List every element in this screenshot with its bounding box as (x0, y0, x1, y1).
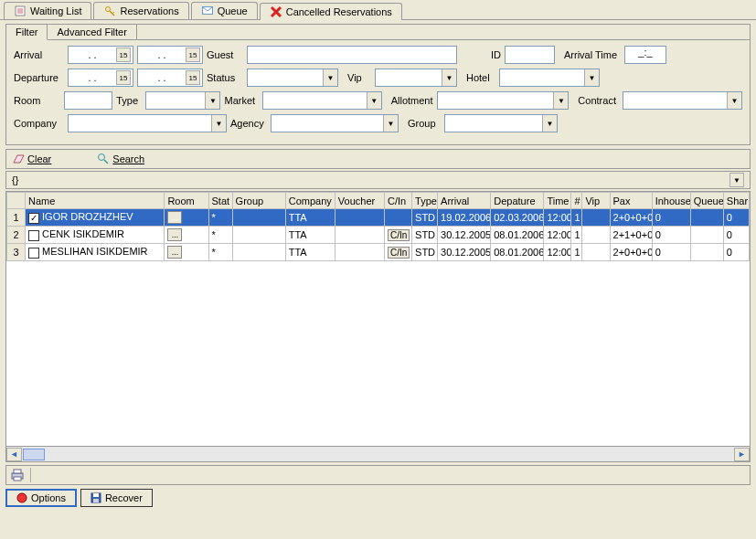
cell-name: CENK ISIKDEMIR (26, 227, 165, 244)
cell-name: IGOR DROZHZHEV (26, 209, 165, 227)
col-cin[interactable]: C/In (384, 193, 411, 209)
cell-vip (582, 209, 610, 227)
calendar-icon[interactable]: 15 (186, 48, 200, 62)
tab-cancelled-reservations[interactable]: Cancelled Reservations (260, 3, 402, 20)
departure-to-input[interactable]: . . 15 (137, 69, 203, 87)
col-shared[interactable]: Shar (723, 193, 749, 209)
col-company[interactable]: Company (285, 193, 335, 209)
svg-rect-15 (14, 477, 21, 481)
scroll-left-icon[interactable]: ◄ (6, 448, 22, 461)
status-dropdown[interactable]: ▼ (247, 69, 338, 87)
svg-rect-14 (14, 470, 21, 473)
checkin-button[interactable]: C/In (388, 247, 410, 259)
room-picker-button[interactable]: ... (167, 228, 182, 241)
departure-from-input[interactable]: . . 15 (68, 69, 133, 87)
horizontal-scrollbar[interactable]: ◄ ► (5, 447, 751, 462)
col-group[interactable]: Group (232, 193, 285, 209)
row-checkbox[interactable] (28, 213, 39, 224)
room-field[interactable] (64, 91, 112, 110)
cell-name: MESLIHAN ISIKDEMIR (26, 244, 165, 261)
col-departure[interactable]: Depature (491, 193, 544, 209)
contract-dropdown[interactable]: ▼ (623, 91, 742, 110)
allotment-dropdown[interactable]: ▼ (437, 91, 570, 110)
query-bar: {} ▼ (5, 171, 751, 189)
col-time[interactable]: Time (544, 193, 571, 209)
company-dropdown[interactable]: ▼ (68, 114, 227, 132)
room-picker-button[interactable]: ... (167, 211, 182, 224)
table-row[interactable]: 1IGOR DROZHZHEV...*TTASTD19.02.200602.03… (7, 209, 750, 227)
tab-filter[interactable]: Filter (6, 25, 48, 40)
col-pax[interactable]: Pax (610, 193, 652, 209)
scroll-right-icon[interactable]: ► (734, 448, 750, 461)
svg-line-6 (112, 12, 114, 14)
checkin-button[interactable]: C/In (388, 229, 410, 241)
print-button[interactable] (10, 469, 25, 481)
results-grid: Name Room Stat Group Company Voucher C/I… (5, 191, 751, 447)
col-name[interactable]: Name (26, 193, 165, 209)
tab-label: Queue (218, 5, 248, 16)
arrival-time-field[interactable]: _:_ (624, 46, 666, 64)
search-button[interactable]: Search (97, 153, 144, 165)
table-row[interactable]: 2CENK ISIKDEMIR...*TTAC/InSTD30.12.20050… (7, 227, 750, 244)
chevron-down-icon[interactable]: ▼ (729, 173, 744, 187)
tab-waiting-list[interactable]: Waiting List (4, 2, 91, 19)
tab-advanced-filter[interactable]: Advanced Filter (48, 25, 136, 40)
calendar-icon[interactable]: 15 (186, 70, 200, 85)
clear-button[interactable]: Clear (12, 153, 51, 164)
vip-dropdown[interactable]: ▼ (375, 69, 457, 87)
room-picker-button[interactable]: ... (167, 246, 182, 259)
agency-dropdown[interactable]: ▼ (271, 114, 399, 132)
options-button[interactable]: Options (5, 489, 77, 507)
col-inhouse[interactable]: Inhouse (652, 193, 690, 209)
recover-button[interactable]: Recover (80, 489, 153, 507)
col-queue[interactable]: Queue (690, 193, 723, 209)
cell-arrival: 19.02.2006 (438, 209, 491, 227)
col-hash[interactable]: # (571, 193, 582, 209)
group-dropdown[interactable]: ▼ (444, 114, 558, 132)
label-contract: Contract (578, 95, 619, 106)
market-dropdown[interactable]: ▼ (262, 91, 382, 110)
cell-arrival: 30.12.2005 (438, 227, 491, 244)
chevron-down-icon: ▼ (442, 69, 456, 86)
chevron-down-icon: ▼ (542, 115, 557, 132)
row-checkbox[interactable] (28, 230, 39, 241)
record-icon (16, 492, 27, 503)
svg-rect-19 (93, 499, 99, 502)
col-rownum[interactable] (7, 193, 26, 209)
calendar-icon[interactable]: 15 (116, 70, 131, 85)
tab-reservations[interactable]: Reservations (93, 2, 188, 19)
guest-field[interactable] (247, 46, 457, 64)
cell-company: TTA (285, 209, 335, 227)
label-hotel: Hotel (466, 72, 495, 83)
cell-type: STD (412, 244, 438, 261)
cell-status: * (208, 209, 232, 227)
scroll-thumb[interactable] (23, 449, 45, 460)
query-text: {} (12, 174, 18, 185)
hotel-dropdown[interactable]: ▼ (499, 69, 600, 87)
cell-time: 12:00 (544, 227, 571, 244)
tab-queue[interactable]: Queue (191, 2, 258, 19)
calendar-icon[interactable]: 15 (116, 48, 131, 62)
col-room[interactable]: Room (165, 193, 208, 209)
id-field[interactable] (505, 46, 555, 64)
cell-time: 12:00 (544, 209, 571, 227)
cell-pax: 2+1+0+0 (610, 227, 652, 244)
col-type[interactable]: Type (412, 193, 438, 209)
arrival-to-input[interactable]: . . 15 (137, 46, 203, 64)
bottom-bar: Options Recover (5, 489, 751, 507)
cell-group (232, 227, 285, 244)
row-number: 3 (7, 244, 26, 261)
col-arrival[interactable]: Arrival (438, 193, 491, 209)
col-status[interactable]: Stat (208, 193, 232, 209)
table-row[interactable]: 3MESLIHAN ISIKDEMIR...*TTAC/InSTD30.12.2… (7, 244, 750, 261)
tab-label: Cancelled Reservations (286, 6, 392, 17)
type-dropdown[interactable]: ▼ (145, 91, 220, 110)
row-checkbox[interactable] (28, 248, 39, 259)
cell-queue (690, 209, 723, 227)
chevron-down-icon: ▼ (211, 115, 226, 132)
col-voucher[interactable]: Voucher (335, 193, 384, 209)
arrival-from-input[interactable]: . . 15 (68, 46, 133, 64)
cell-room: ... (165, 227, 208, 244)
label-market: Market (224, 95, 258, 106)
col-vip[interactable]: Vip (582, 193, 610, 209)
